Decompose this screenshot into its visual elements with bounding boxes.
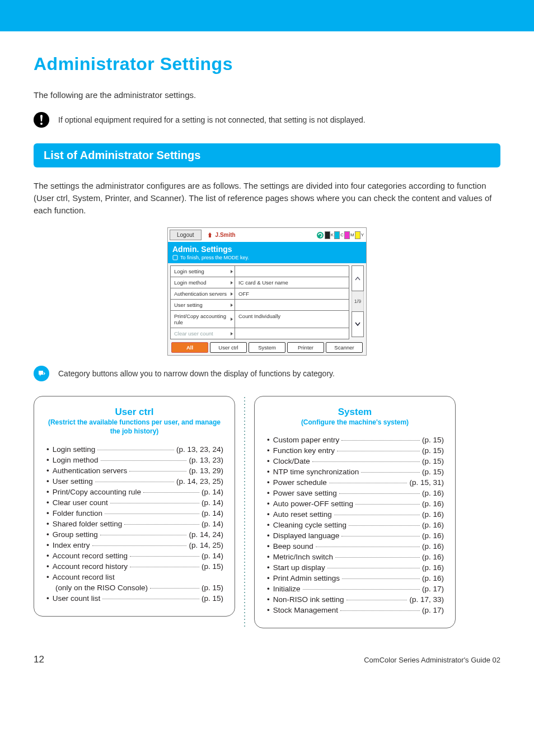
leader-dots — [124, 524, 199, 525]
bullet-icon: • — [267, 574, 270, 582]
tab-system[interactable]: System — [249, 342, 285, 353]
toc-page: (p. 14) — [202, 498, 223, 507]
bullet-icon: • — [46, 541, 49, 549]
settings-row[interactable]: Login setting — [171, 266, 349, 277]
toc-label: Account record list — [53, 573, 115, 581]
toc-item: •Displayed language(p. 16) — [266, 531, 444, 540]
user-icon — [207, 232, 213, 239]
bullet-icon: • — [267, 585, 270, 593]
toc-item: •Function key entry(p. 15) — [266, 446, 444, 455]
chevron-right-icon — [231, 292, 233, 296]
device-screen: Logout J.Smith K C M Y Admin. Settings T… — [167, 227, 367, 356]
panel-user-ctrl: User ctrl (Restrict the available functi… — [34, 396, 235, 616]
toc-page: (p. 16) — [422, 510, 444, 519]
leader-dots — [105, 514, 199, 514]
toc-page: (p. 14) — [202, 520, 223, 528]
leader-dots — [95, 482, 174, 482]
settings-row-label: Print/Copy accounting rule — [171, 311, 235, 328]
toc-item: •Custom paper entry(p. 15) — [266, 436, 444, 444]
bullet-icon: • — [46, 573, 49, 581]
leader-dots — [129, 471, 186, 472]
settings-row[interactable]: Clear user count — [171, 328, 349, 339]
toc-label: Print/Copy accounting rule — [53, 488, 141, 496]
settings-row-label: Login setting — [171, 266, 235, 277]
panel-title: User ctrl — [45, 407, 223, 418]
toc-item: •Stock Management(p. 17) — [266, 606, 444, 614]
toc-label: User count list — [53, 594, 101, 603]
toc-label: Folder function — [53, 509, 102, 517]
toc-page: (p. 16) — [422, 574, 444, 582]
bullet-icon: • — [267, 489, 270, 497]
settings-row-label: Login method — [171, 277, 235, 288]
panel-subtitle: (Configure the machine's system) — [266, 418, 444, 427]
toc-label: Login setting — [53, 445, 96, 454]
leader-dots — [110, 503, 199, 503]
toc-page: (p. 13, 23, 24) — [176, 445, 223, 454]
scroll-up-button[interactable] — [352, 265, 364, 291]
toc-label: Group setting — [53, 530, 98, 539]
page-footer: 12 ComColor Series Administrator's Guide… — [34, 654, 500, 665]
chevron-right-icon — [231, 281, 233, 284]
tab-printer[interactable]: Printer — [287, 342, 324, 353]
toc-page: (p. 15) — [202, 562, 223, 571]
toc-item: •Shared folder setting(p. 14) — [45, 520, 223, 528]
panel-system: System (Configure the machine's system) … — [254, 396, 456, 628]
settings-row[interactable]: User setting — [171, 300, 349, 311]
toc-page: (p. 16) — [422, 521, 444, 529]
leader-dots — [312, 461, 420, 462]
bullet-icon: • — [267, 478, 270, 487]
toc-item: •Auto power-OFF setting(p. 16) — [266, 500, 444, 508]
user-indicator: J.Smith — [203, 228, 239, 242]
toc-item: •Login method(p. 13, 23) — [45, 456, 223, 464]
bullet-icon: • — [267, 457, 270, 465]
settings-row[interactable]: Login methodIC card & User name — [171, 277, 349, 288]
bullet-icon: • — [267, 531, 270, 540]
ink-y-icon — [355, 231, 360, 239]
leader-dots — [92, 545, 187, 546]
chevron-right-icon — [231, 304, 233, 307]
toc-label: Shared folder setting — [53, 520, 123, 528]
toc-page: (p. 16) — [422, 531, 444, 540]
toc-page: (p. 17, 33) — [409, 595, 444, 604]
top-banner — [0, 0, 534, 31]
bullet-icon: • — [46, 488, 49, 496]
toc-item: •Authentication servers(p. 13, 29) — [45, 466, 223, 475]
tab-user-ctrl[interactable]: User ctrl — [210, 342, 247, 353]
section-body: The settings the administrator configure… — [34, 180, 500, 216]
settings-row[interactable]: Authentication serversOFF — [171, 288, 349, 300]
bullet-icon: • — [267, 521, 270, 529]
toc-page: (p. 16) — [422, 500, 444, 508]
settings-row[interactable]: Print/Copy accounting ruleCount Individu… — [171, 311, 349, 328]
leader-dots — [100, 535, 187, 535]
bullet-icon: • — [267, 436, 270, 444]
toc-label: Metric/Inch switch — [273, 553, 333, 561]
toc-page: (p. 15) — [422, 446, 444, 455]
toc-page: (p. 13, 23) — [189, 456, 223, 464]
tab-all[interactable]: All — [171, 342, 208, 353]
intro-text: The following are the administrator sett… — [34, 90, 500, 100]
leader-dots — [355, 504, 420, 505]
toc-item: •NTP time synchronization(p. 15) — [266, 468, 444, 476]
toc-page: (p. 14) — [202, 509, 223, 517]
bullet-icon: • — [46, 498, 49, 507]
leader-dots — [341, 440, 420, 441]
toc-item: •Account record list — [45, 573, 223, 581]
settings-row-label: Clear user count — [171, 328, 235, 339]
toc-label: Clock/Date — [273, 457, 310, 465]
toc-item: •Power schedule(p. 15, 31) — [266, 478, 444, 487]
scroll-down-button[interactable] — [352, 311, 364, 337]
logout-button[interactable]: Logout — [170, 230, 202, 240]
bullet-icon: • — [267, 563, 270, 572]
bullet-icon: • — [46, 509, 49, 517]
leader-dots — [102, 599, 199, 599]
bullet-icon: • — [46, 445, 49, 454]
tab-scanner[interactable]: Scanner — [326, 342, 363, 353]
toc-label: NTP time synchronization — [273, 468, 359, 476]
toc-page: (p. 16) — [422, 563, 444, 572]
page-number: 12 — [34, 654, 44, 665]
toc-item: •Folder function(p. 14) — [45, 509, 223, 517]
bullet-icon: • — [46, 594, 49, 603]
page-title: Administrator Settings — [34, 54, 500, 74]
toc-label: Function key entry — [273, 446, 335, 455]
toc-label: Clear user count — [53, 498, 108, 507]
